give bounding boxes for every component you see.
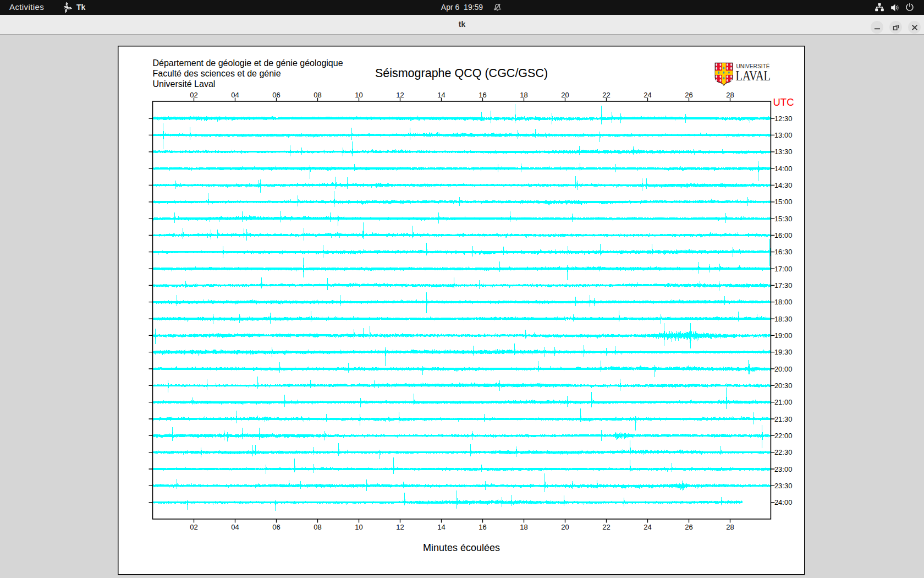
svg-text:23:00: 23:00 bbox=[774, 465, 793, 473]
svg-text:20: 20 bbox=[561, 523, 569, 531]
svg-text:20: 20 bbox=[561, 91, 569, 99]
svg-text:18: 18 bbox=[520, 91, 527, 99]
svg-text:02: 02 bbox=[190, 91, 197, 99]
svg-text:13:00: 13:00 bbox=[774, 131, 793, 139]
svg-text:06: 06 bbox=[272, 523, 280, 531]
svg-text:20:00: 20:00 bbox=[774, 365, 793, 373]
svg-text:15:00: 15:00 bbox=[774, 198, 793, 206]
svg-text:21:30: 21:30 bbox=[774, 415, 793, 423]
svg-text:Université Laval: Université Laval bbox=[153, 79, 216, 89]
svg-text:18:30: 18:30 bbox=[774, 315, 793, 323]
svg-text:08: 08 bbox=[314, 91, 321, 99]
svg-text:16: 16 bbox=[479, 523, 486, 531]
svg-text:24: 24 bbox=[644, 523, 651, 531]
svg-text:18: 18 bbox=[520, 523, 527, 531]
svg-text:10: 10 bbox=[355, 523, 362, 531]
svg-text:22:00: 22:00 bbox=[774, 432, 793, 440]
svg-text:14: 14 bbox=[437, 523, 445, 531]
svg-text:14:00: 14:00 bbox=[774, 165, 793, 173]
svg-text:22:30: 22:30 bbox=[774, 448, 793, 456]
svg-text:02: 02 bbox=[190, 523, 197, 531]
svg-text:UTC: UTC bbox=[773, 96, 794, 108]
svg-text:22: 22 bbox=[602, 91, 610, 99]
svg-text:18:00: 18:00 bbox=[774, 298, 793, 306]
svg-text:LAVAL: LAVAL bbox=[736, 68, 771, 84]
svg-text:08: 08 bbox=[314, 523, 321, 531]
svg-text:21:00: 21:00 bbox=[774, 398, 793, 406]
svg-text:22: 22 bbox=[602, 523, 610, 531]
svg-text:12: 12 bbox=[396, 523, 404, 531]
svg-text:14:30: 14:30 bbox=[774, 181, 793, 189]
svg-text:Faculté des sciences et de gén: Faculté des sciences et de génie bbox=[153, 69, 281, 78]
svg-text:24: 24 bbox=[644, 91, 651, 99]
svg-text:23:30: 23:30 bbox=[774, 482, 793, 490]
svg-text:24:00: 24:00 bbox=[774, 498, 793, 506]
svg-text:06: 06 bbox=[272, 91, 280, 99]
svg-text:12:30: 12:30 bbox=[774, 114, 793, 123]
svg-text:04: 04 bbox=[231, 91, 239, 99]
svg-text:14: 14 bbox=[437, 91, 445, 99]
svg-text:19:00: 19:00 bbox=[774, 331, 793, 340]
svg-text:17:30: 17:30 bbox=[774, 281, 793, 290]
svg-text:26: 26 bbox=[685, 91, 692, 99]
svg-text:10: 10 bbox=[355, 91, 362, 99]
svg-text:15:30: 15:30 bbox=[774, 215, 793, 223]
svg-text:12: 12 bbox=[396, 91, 404, 99]
svg-text:28: 28 bbox=[726, 523, 734, 531]
svg-text:26: 26 bbox=[685, 523, 692, 531]
svg-text:Département de géologie et de: Département de géologie et de génie géol… bbox=[153, 58, 343, 68]
svg-text:13:30: 13:30 bbox=[774, 148, 793, 156]
svg-text:28: 28 bbox=[726, 91, 734, 99]
svg-text:16: 16 bbox=[479, 91, 486, 99]
svg-text:19:30: 19:30 bbox=[774, 348, 793, 356]
svg-text:16:00: 16:00 bbox=[774, 231, 793, 239]
svg-text:16:30: 16:30 bbox=[774, 248, 793, 256]
svg-text:04: 04 bbox=[231, 523, 239, 531]
svg-text:17:00: 17:00 bbox=[774, 265, 793, 273]
svg-text:20:30: 20:30 bbox=[774, 381, 793, 390]
svg-text:Séismographe QCQ (CGC/GSC): Séismographe QCQ (CGC/GSC) bbox=[375, 67, 548, 80]
svg-text:Minutes écoulées: Minutes écoulées bbox=[423, 542, 500, 553]
